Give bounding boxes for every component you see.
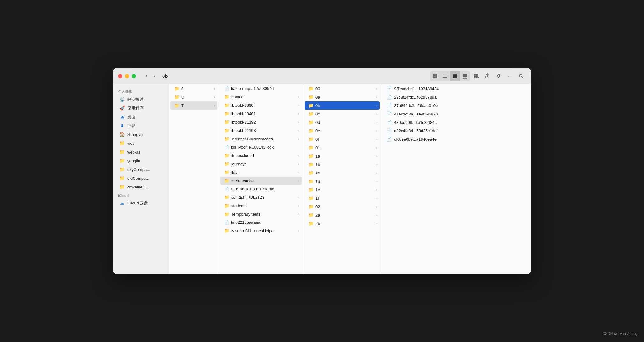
folder-icon: 📁 bbox=[224, 153, 229, 158]
col4-item-3[interactable]: 📄 27b842dc2...26daa010e bbox=[383, 101, 530, 110]
minimize-button[interactable] bbox=[125, 74, 129, 78]
col2-item-lldb[interactable]: 📁 lldb › bbox=[220, 168, 302, 176]
col4-item-6[interactable]: 📄 a82c4fa8d...50d35c1dcf bbox=[383, 127, 530, 135]
sidebar-item-cmvalue[interactable]: 📁 cmvalueC... bbox=[114, 183, 168, 191]
col2-item-tmp[interactable]: 📄 tmp2215baaaaa bbox=[220, 218, 302, 226]
column-1: 📁 0 › 📁 C › 📁 T › bbox=[169, 84, 219, 274]
col2-item-ibtoold2[interactable]: 📁 ibtoold-10401 › bbox=[220, 110, 302, 118]
sidebar-section-personal: 个人收藏 bbox=[113, 87, 169, 95]
more-button[interactable] bbox=[505, 71, 515, 81]
col3-item-00[interactable]: 📁 00 › bbox=[305, 85, 380, 93]
col3-item-2a[interactable]: 📁 2a › bbox=[305, 211, 380, 219]
col2-item-sos[interactable]: 📄 SOSBacku...cable-tomb bbox=[220, 185, 302, 193]
col4-item-2[interactable]: 📄 22c8f14fdc...f62d3789a bbox=[383, 93, 530, 101]
close-button[interactable] bbox=[118, 74, 122, 78]
column-view-button[interactable] bbox=[450, 71, 460, 81]
col3-item-02[interactable]: 📁 02 › bbox=[305, 203, 380, 211]
sidebar-item-web-all[interactable]: 📁 web-all bbox=[114, 148, 168, 156]
sidebar: 个人收藏 📡 隔空投送 🚀 应用程序 🖥 桌面 ⬇ 下载 🏠 zhangyu bbox=[113, 84, 169, 274]
sidebar-item-dxy[interactable]: 📁 dxyCompa... bbox=[114, 165, 168, 174]
sidebar-label-apps: 应用程序 bbox=[127, 105, 144, 111]
sidebar-item-icloud[interactable]: ☁ iCloud 云盘 bbox=[114, 199, 168, 208]
col3-item-2b[interactable]: 📁 2b › bbox=[305, 219, 380, 227]
col3-item-0e[interactable]: 📁 0e › bbox=[305, 127, 380, 135]
sidebar-item-downloads[interactable]: ⬇ 下载 bbox=[114, 121, 168, 130]
col4-item-7[interactable]: 📄 cfc89a0be...a1840ea4e bbox=[383, 135, 530, 143]
col2-item-ssh[interactable]: 📁 ssh-2shtlPDbzTZ3 › bbox=[220, 193, 302, 201]
col1-item-t[interactable]: 📁 T › bbox=[170, 101, 217, 110]
file-icon: 📄 bbox=[386, 95, 392, 100]
col2-item-haste[interactable]: 📄 haste-map...12db3054d bbox=[220, 85, 302, 92]
folder-icon: 📁 bbox=[308, 170, 314, 175]
col2-item-ios-pod[interactable]: 📄 ios_Podfile...88143.lock bbox=[220, 143, 302, 151]
sidebar-item-airdrop[interactable]: 📡 隔空投送 bbox=[114, 95, 168, 104]
col2-item-temp[interactable]: 📁 TemporaryItems › bbox=[220, 210, 302, 218]
traffic-lights bbox=[118, 74, 136, 78]
svg-rect-4 bbox=[443, 75, 447, 75]
col2-item-itunes[interactable]: 📁 itunescloudd › bbox=[220, 151, 302, 159]
folder-icon: 📁 bbox=[224, 170, 229, 175]
col2-item-ibtoold1[interactable]: 📁 ibtoold-8890 › bbox=[220, 101, 302, 109]
col3-item-0a[interactable]: 📁 0a › bbox=[305, 93, 380, 101]
sidebar-item-desktop[interactable]: 🖥 桌面 bbox=[114, 113, 168, 121]
sidebar-item-web[interactable]: 📁 web bbox=[114, 139, 168, 148]
folder-icon: 📁 bbox=[224, 203, 229, 208]
folder-icon: 📁 bbox=[308, 128, 314, 133]
folder-icon: 📁 bbox=[224, 120, 229, 125]
col1-item-0[interactable]: 📁 0 › bbox=[170, 85, 217, 93]
folder-icon: 📁 bbox=[224, 136, 229, 141]
col2-item-homed[interactable]: 📁 homed › bbox=[220, 93, 302, 101]
col3-item-1a[interactable]: 📁 1a › bbox=[305, 152, 380, 160]
file-icon: 📄 bbox=[386, 120, 392, 125]
col4-item-1[interactable]: 📄 9f7caacbd1...103189434 bbox=[383, 85, 530, 93]
group-button[interactable]: ▾ bbox=[471, 71, 481, 81]
col2-item-studentd[interactable]: 📁 studentd › bbox=[220, 202, 302, 210]
svg-rect-8 bbox=[454, 74, 456, 78]
col3-item-0b[interactable]: 📁 0b › bbox=[305, 101, 380, 110]
svg-rect-10 bbox=[463, 74, 467, 77]
col3-item-0c[interactable]: 📁 0c › bbox=[305, 110, 380, 118]
col3-item-01[interactable]: 📁 01 › bbox=[305, 144, 380, 152]
sidebar-item-zhangyu[interactable]: 🏠 zhangyu bbox=[114, 130, 168, 139]
list-view-button[interactable] bbox=[440, 71, 450, 81]
col1-item-c[interactable]: 📁 C › bbox=[170, 93, 217, 101]
main-content: 个人收藏 📡 隔空投送 🚀 应用程序 🖥 桌面 ⬇ 下载 🏠 zhangyu bbox=[113, 84, 531, 274]
folder-icon: 📁 bbox=[308, 196, 314, 201]
zoom-button[interactable] bbox=[132, 74, 136, 78]
sidebar-label-cmvalue: cmvalueC... bbox=[127, 185, 149, 189]
col2-item-ibtoold4[interactable]: 📁 ibtoold-21193 › bbox=[220, 126, 302, 134]
col3-item-1d[interactable]: 📁 1d › bbox=[305, 177, 380, 185]
apps-icon: 🚀 bbox=[119, 105, 125, 111]
col2-item-ibtoold3[interactable]: 📁 ibtoold-21192 › bbox=[220, 118, 302, 126]
col3-item-1f[interactable]: 📁 1f › bbox=[305, 194, 380, 202]
gallery-view-button[interactable] bbox=[460, 71, 470, 81]
col3-item-1b[interactable]: 📁 1b › bbox=[305, 160, 380, 169]
col2-item-journeys[interactable]: 📁 journeys › bbox=[220, 160, 302, 168]
col3-item-1e[interactable]: 📁 1e › bbox=[305, 186, 380, 194]
column-3: 📁 00 › 📁 0a › 📁 0b › 📁 0c › bbox=[303, 84, 381, 274]
col4-item-5[interactable]: 📄 430ad209...3b1c82f84c bbox=[383, 118, 530, 126]
folder-icon: 📁 bbox=[308, 120, 314, 125]
back-button[interactable]: ‹ bbox=[144, 71, 149, 81]
col3-item-0d[interactable]: 📁 0d › bbox=[305, 118, 380, 126]
col4-item-4[interactable]: 📄 41acdd5fb...ee4f395870 bbox=[383, 110, 530, 118]
share-button[interactable] bbox=[482, 71, 492, 81]
desktop-icon: 🖥 bbox=[119, 115, 125, 120]
col2-item-metro[interactable]: 📁 metro-cache › bbox=[220, 177, 302, 185]
col3-item-1c[interactable]: 📁 1c › bbox=[305, 169, 380, 177]
sidebar-item-yongliu[interactable]: 📁 yongliu bbox=[114, 156, 168, 165]
col2-item-ibi[interactable]: 📁 InterfaceBuilderImages › bbox=[220, 135, 302, 143]
sidebar-item-apps[interactable]: 🚀 应用程序 bbox=[114, 104, 168, 113]
folder-icon: 📁 bbox=[224, 212, 229, 217]
search-button[interactable] bbox=[516, 71, 526, 81]
tag-button[interactable] bbox=[494, 71, 504, 81]
folder-icon: 📁 bbox=[224, 161, 229, 166]
icon-view-button[interactable] bbox=[430, 71, 440, 81]
col3-item-0f[interactable]: 📁 0f › bbox=[305, 135, 380, 143]
sidebar-item-old[interactable]: 📁 oldCompu... bbox=[114, 174, 168, 183]
folder-icon: 📁 bbox=[174, 95, 179, 100]
svg-rect-15 bbox=[476, 74, 478, 76]
sidebar-label-web-all: web-all bbox=[127, 150, 140, 154]
forward-button[interactable]: › bbox=[152, 71, 157, 81]
col2-item-tv[interactable]: 📁 tv.sohu.SH...unchHelper › bbox=[220, 227, 302, 235]
